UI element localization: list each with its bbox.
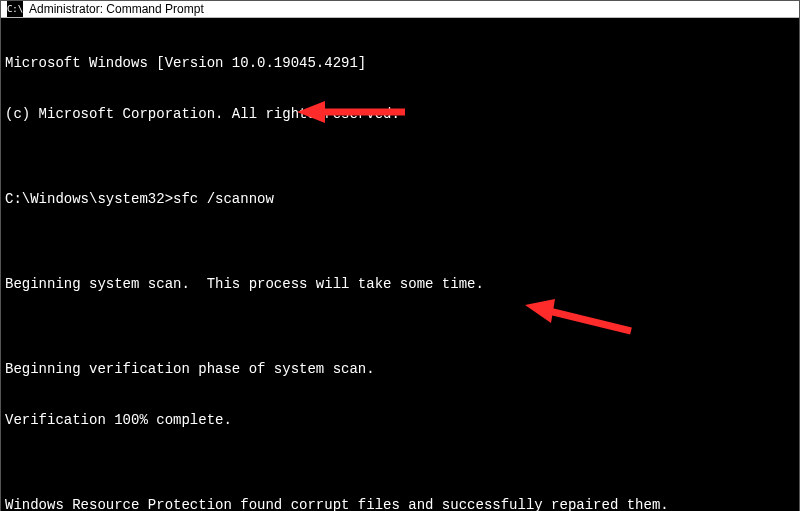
cmd-icon-label: C:\ bbox=[7, 4, 23, 14]
terminal-output[interactable]: Microsoft Windows [Version 10.0.19045.42… bbox=[1, 18, 799, 511]
prompt-line-1: C:\Windows\system32>sfc /scannow bbox=[5, 191, 795, 208]
copyright-line: (c) Microsoft Corporation. All rights re… bbox=[5, 106, 795, 123]
svg-line-2 bbox=[549, 311, 631, 331]
cmd-icon: C:\ bbox=[7, 1, 23, 17]
command-prompt-window: C:\ Administrator: Command Prompt Micros… bbox=[0, 0, 800, 511]
titlebar[interactable]: C:\ Administrator: Command Prompt bbox=[1, 1, 799, 18]
verify-phase-line: Beginning verification phase of system s… bbox=[5, 361, 795, 378]
verify-complete-line: Verification 100% complete. bbox=[5, 412, 795, 429]
command-1: sfc /scannow bbox=[173, 191, 274, 207]
prompt-prefix-1: C:\Windows\system32> bbox=[5, 191, 173, 207]
svg-marker-3 bbox=[525, 299, 555, 323]
window-title: Administrator: Command Prompt bbox=[29, 2, 204, 16]
scan-start-line: Beginning system scan. This process will… bbox=[5, 276, 795, 293]
version-line: Microsoft Windows [Version 10.0.19045.42… bbox=[5, 55, 795, 72]
result-line-1: Windows Resource Protection found corrup… bbox=[5, 497, 795, 511]
